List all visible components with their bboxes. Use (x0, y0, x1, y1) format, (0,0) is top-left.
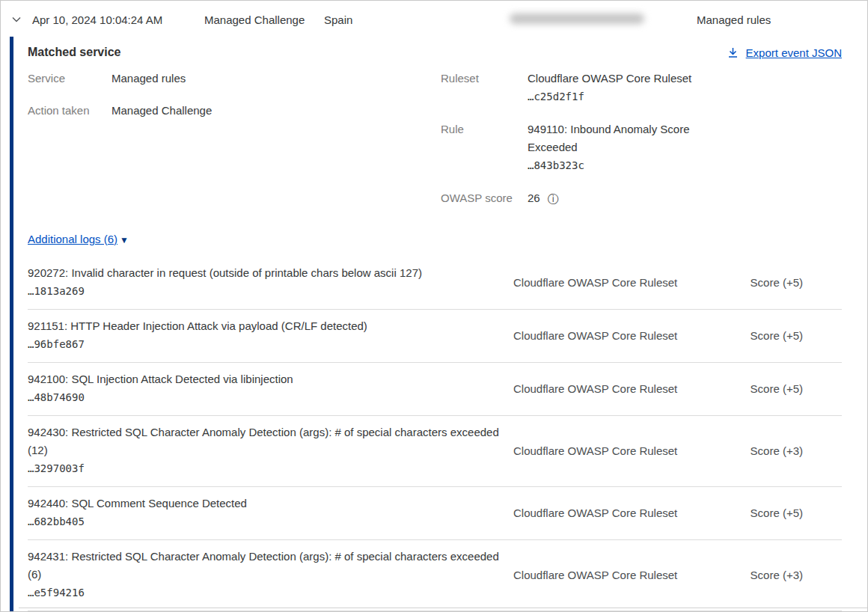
ruleset-id: …c25d2f1f (528, 91, 584, 102)
rule-id: …843b323c (528, 159, 584, 171)
caret-down-icon[interactable]: ▼ (120, 235, 129, 245)
log-score: Score (+5) (751, 507, 842, 519)
panel-title: Matched service (28, 46, 121, 59)
ruleset-label: Ruleset (441, 70, 528, 105)
log-ruleset: Cloudflare OWASP Core Ruleset (513, 507, 693, 519)
ruleset-value: Cloudflare OWASP Core Ruleset (528, 72, 691, 85)
rule-value: 949110: Inbound Anomaly Score Exceeded (528, 123, 690, 153)
matched-service-panel: Matched service Export event JSON Servic… (13, 37, 867, 611)
event-action-taken: Managed Challenge (204, 13, 305, 26)
event-country: Spain (324, 13, 352, 26)
log-rule-description: 921151: HTTP Header Injection Attack via… (28, 319, 367, 332)
action-taken-label: Action taken (28, 102, 111, 120)
log-rule-id: …3297003f (28, 462, 85, 474)
event-timestamp: Apr 10, 2024 10:04:24 AM (32, 13, 162, 26)
log-rule-id: …96bfe867 (28, 338, 85, 350)
service-value: Managed rules (111, 70, 186, 88)
event-service: Managed rules (697, 13, 771, 26)
log-score: Score (+5) (751, 382, 842, 395)
log-rule-id: …e5f94216 (28, 587, 85, 599)
security-event-expanded-row: Apr 10, 2024 10:04:24 AM Managed Challen… (0, 0, 868, 612)
redacted-hostname-blur (510, 13, 644, 24)
log-rule-id: …1813a269 (28, 285, 85, 297)
owasp-score-field: OWASP score 26 ⓘ (441, 189, 842, 207)
service-label: Service (28, 70, 111, 88)
log-rule-id: …682bb405 (28, 515, 85, 527)
owasp-score-label: OWASP score (441, 189, 528, 207)
additional-logs-table: 920272: Invalid character in request (ou… (28, 257, 842, 611)
log-ruleset: Cloudflare OWASP Core Ruleset (513, 444, 693, 457)
log-ruleset: Cloudflare OWASP Core Ruleset (513, 382, 693, 395)
action-taken-value: Managed Challenge (111, 102, 212, 120)
log-rule-id: …48b74690 (28, 391, 85, 403)
log-row: 942440: SQL Comment Sequence Detected …6… (28, 487, 842, 540)
log-ruleset: Cloudflare OWASP Core Ruleset (513, 569, 693, 581)
log-row: 921151: HTTP Header Injection Attack via… (28, 310, 842, 363)
log-ruleset: Cloudflare OWASP Core Ruleset (513, 329, 693, 342)
action-taken-field: Action taken Managed Challenge (28, 102, 441, 120)
additional-logs-toggle[interactable]: Additional logs (6) (28, 233, 117, 245)
info-icon[interactable]: ⓘ (548, 193, 559, 204)
log-rule-description: 942431: Restricted SQL Character Anomaly… (28, 550, 499, 581)
rule-label: Rule (441, 120, 528, 174)
log-score: Score (+5) (751, 329, 842, 342)
owasp-score-value: 26 (528, 189, 540, 207)
log-rule-description: 942430: Restricted SQL Character Anomaly… (28, 426, 499, 456)
log-ruleset: Cloudflare OWASP Core Ruleset (513, 276, 693, 289)
rule-field: Rule 949110: Inbound Anomaly Score Excee… (441, 120, 842, 174)
ruleset-field: Ruleset Cloudflare OWASP Core Ruleset …c… (441, 70, 842, 105)
log-score: Score (+3) (751, 444, 842, 457)
download-icon (727, 46, 739, 59)
log-score: Score (+5) (751, 276, 842, 289)
log-rule-description: 920272: Invalid character in request (ou… (28, 266, 422, 279)
log-score: Score (+3) (751, 569, 842, 581)
export-event-json-label: Export event JSON (746, 46, 842, 59)
log-rule-description: 942440: SQL Comment Sequence Detected (28, 497, 247, 510)
additional-logs-label: Additional logs (6) (28, 233, 117, 245)
matched-service-details: Service Managed rules Action taken Manag… (28, 70, 842, 222)
log-row: 920272: Invalid character in request (ou… (28, 257, 842, 310)
next-row-divider (19, 608, 867, 608)
log-row: 942431: Restricted SQL Character Anomaly… (28, 540, 842, 611)
log-row: 942430: Restricted SQL Character Anomaly… (28, 416, 842, 487)
collapse-chevron-icon[interactable] (10, 13, 22, 25)
export-event-json-link[interactable]: Export event JSON (727, 46, 842, 59)
log-rule-description: 942100: SQL Injection Attack Detected vi… (28, 373, 293, 385)
log-row: 942100: SQL Injection Attack Detected vi… (28, 363, 842, 416)
event-summary-row[interactable]: Apr 10, 2024 10:04:24 AM Managed Challen… (1, 1, 867, 37)
service-field: Service Managed rules (28, 70, 441, 88)
